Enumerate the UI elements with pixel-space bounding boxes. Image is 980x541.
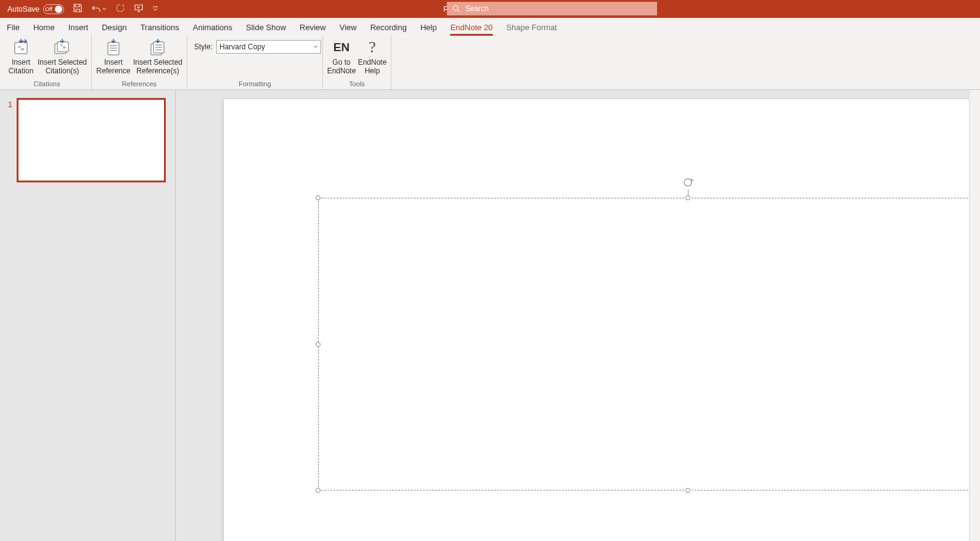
search-icon bbox=[452, 4, 460, 13]
save-icon[interactable] bbox=[73, 3, 83, 15]
slide-thumbnail-row[interactable]: 1 bbox=[6, 99, 169, 182]
slide-edit-area[interactable] bbox=[176, 90, 980, 541]
vertical-scrollbar[interactable] bbox=[969, 90, 980, 541]
svg-point-0 bbox=[453, 6, 458, 10]
style-label: Style: bbox=[194, 43, 213, 51]
tab-review[interactable]: Review bbox=[293, 20, 333, 35]
insert-citation-icon: ”» bbox=[11, 38, 31, 57]
resize-handle-top-left[interactable] bbox=[316, 195, 321, 200]
start-from-beginning-icon[interactable] bbox=[134, 3, 144, 15]
insert-selected-citations-icon: ”» bbox=[52, 38, 72, 57]
slide-canvas[interactable] bbox=[224, 99, 980, 541]
autosave-control[interactable]: AutoSave Off bbox=[0, 4, 64, 14]
group-formatting: Style: Harvard Copy Formatting bbox=[187, 35, 323, 89]
resize-handle-middle-left[interactable] bbox=[316, 342, 321, 347]
insert-reference-label: Insert Reference bbox=[95, 58, 132, 75]
slide-thumbnail[interactable] bbox=[17, 99, 165, 182]
svg-text:”»: ”» bbox=[18, 44, 24, 52]
title-bar: AutoSave Off Presentation1 - PowerPoint … bbox=[0, 0, 980, 18]
insert-selected-references-button[interactable]: Insert Selected Reference(s) bbox=[132, 37, 184, 75]
insert-selected-references-label: Insert Selected Reference(s) bbox=[132, 58, 184, 75]
tab-help[interactable]: Help bbox=[414, 20, 444, 35]
tab-slideshow[interactable]: Slide Show bbox=[239, 20, 293, 35]
search-box[interactable]: Search bbox=[447, 2, 657, 15]
insert-selected-citations-button[interactable]: ”» Insert Selected Citation(s) bbox=[36, 37, 88, 75]
resize-handle-bottom-middle[interactable] bbox=[685, 488, 690, 493]
group-tools: EN Go to EndNote ? EndNote Help Tools bbox=[323, 35, 391, 89]
insert-selected-references-icon bbox=[148, 38, 168, 57]
style-dropdown[interactable]: Harvard Copy bbox=[216, 40, 321, 54]
slide-thumbnail-panel[interactable]: 1 bbox=[0, 90, 176, 541]
rotate-icon bbox=[682, 176, 694, 189]
tab-animations[interactable]: Animations bbox=[186, 20, 239, 35]
selected-textbox[interactable] bbox=[318, 198, 980, 490]
workspace: 1 bbox=[0, 90, 980, 541]
customize-qat-icon[interactable] bbox=[152, 5, 158, 14]
quick-access-toolbar bbox=[73, 3, 158, 15]
insert-reference-button[interactable]: Insert Reference bbox=[95, 37, 132, 75]
group-formatting-label: Formatting bbox=[239, 80, 271, 89]
svg-point-18 bbox=[684, 179, 692, 186]
group-citations-label: Citations bbox=[34, 80, 60, 89]
style-value: Harvard Copy bbox=[219, 43, 265, 51]
insert-citation-label: Insert Citation bbox=[6, 58, 36, 75]
insert-selected-citations-label: Insert Selected Citation(s) bbox=[36, 58, 88, 75]
autosave-state: Off bbox=[45, 6, 52, 12]
go-to-endnote-icon: EN bbox=[332, 38, 351, 57]
svg-rect-9 bbox=[108, 43, 119, 55]
endnote-help-icon: ? bbox=[362, 38, 382, 57]
tab-home[interactable]: Home bbox=[27, 20, 62, 35]
svg-text:”»: ”» bbox=[60, 43, 65, 50]
tab-endnote20[interactable]: EndNote 20 bbox=[444, 20, 500, 35]
slide-thumbnail-number: 1 bbox=[6, 99, 12, 109]
endnote-help-label: EndNote Help bbox=[357, 58, 388, 75]
insert-reference-icon bbox=[104, 38, 123, 57]
selection-border bbox=[318, 198, 980, 490]
chevron-down-icon bbox=[313, 44, 318, 49]
ribbon-tab-strip: File Home Insert Design Transitions Anim… bbox=[0, 18, 980, 35]
tab-file[interactable]: File bbox=[0, 20, 27, 35]
rotate-handle[interactable] bbox=[682, 176, 694, 189]
go-to-endnote-button[interactable]: EN Go to EndNote bbox=[326, 37, 357, 75]
insert-citation-button[interactable]: ”» Insert Citation bbox=[6, 37, 36, 75]
tab-transitions[interactable]: Transitions bbox=[134, 20, 186, 35]
tab-recording[interactable]: Recording bbox=[364, 20, 414, 35]
go-to-endnote-label: Go to EndNote bbox=[326, 58, 357, 75]
tab-design[interactable]: Design bbox=[95, 20, 133, 35]
search-placeholder: Search bbox=[465, 4, 652, 13]
tab-view[interactable]: View bbox=[333, 20, 364, 35]
undo-icon[interactable] bbox=[91, 4, 107, 14]
autosave-label: AutoSave bbox=[7, 5, 39, 14]
toggle-knob-icon bbox=[55, 6, 62, 13]
svg-line-1 bbox=[457, 10, 459, 12]
endnote-help-button[interactable]: ? EndNote Help bbox=[357, 37, 388, 75]
resize-handle-bottom-left[interactable] bbox=[316, 488, 321, 493]
group-references: Insert Reference Insert Selected Referen… bbox=[92, 35, 187, 89]
ribbon: ”» Insert Citation ”» Insert Selected Ci… bbox=[0, 35, 980, 90]
chevron-down-icon[interactable] bbox=[102, 7, 107, 11]
group-tools-label: Tools bbox=[349, 80, 365, 89]
group-citations: ”» Insert Citation ”» Insert Selected Ci… bbox=[2, 35, 92, 89]
tab-insert[interactable]: Insert bbox=[62, 20, 96, 35]
tab-shape-format[interactable]: Shape Format bbox=[499, 20, 563, 35]
redo-icon[interactable] bbox=[115, 3, 125, 15]
group-references-label: References bbox=[122, 80, 157, 89]
autosave-toggle[interactable]: Off bbox=[43, 4, 64, 14]
resize-handle-top-middle[interactable] bbox=[685, 195, 690, 200]
